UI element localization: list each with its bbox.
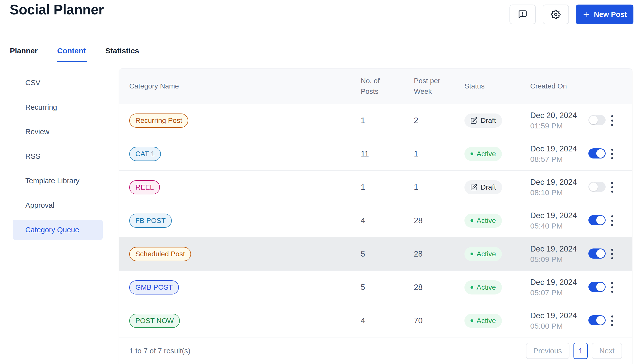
sidebar-item-template-library[interactable]: Template Library (13, 171, 103, 191)
category-badge[interactable]: REEL (129, 180, 160, 194)
category-badge[interactable]: CAT 1 (129, 147, 161, 161)
status-label: Active (477, 250, 496, 258)
status-badge: Active (464, 280, 502, 294)
category-badge[interactable]: Scheduled Post (129, 247, 191, 261)
feedback-button[interactable] (509, 5, 536, 24)
category-badge-label: FB POST (135, 217, 166, 225)
table-row: CAT 1 11 1 Active Dec 19, 2024 08:57 PM (119, 137, 632, 171)
new-post-label: New Post (594, 10, 627, 19)
tab-label: Statistics (105, 47, 139, 55)
table-row: POST NOW 4 70 Active Dec 19, 2024 05:00 … (119, 304, 632, 337)
tab-content[interactable]: Content (57, 47, 86, 62)
tab-bar: PlannerContentStatistics (10, 47, 139, 62)
created-time: 05:07 PM (530, 288, 588, 298)
created-date: Dec 19, 2024 (530, 210, 588, 221)
post-per-week-value: 2 (414, 116, 464, 125)
category-badge-label: GMB POST (135, 283, 173, 291)
category-enabled-toggle[interactable] (588, 115, 606, 125)
previous-page-button[interactable]: Previous (526, 343, 570, 359)
sidebar-item-recurring[interactable]: Recurring (13, 97, 103, 117)
post-per-week-value: 1 (414, 183, 464, 192)
sidebar-item-label: Recurring (25, 103, 57, 111)
created-date: Dec 19, 2024 (530, 277, 588, 288)
row-menu-kebab-icon[interactable] (609, 280, 616, 295)
created-date: Dec 19, 2024 (530, 244, 588, 254)
category-badge[interactable]: GMB POST (129, 280, 179, 294)
post-per-week-value: 28 (414, 249, 464, 259)
created-date: Dec 20, 2024 (530, 110, 588, 121)
created-date: Dec 19, 2024 (530, 177, 588, 188)
category-badge-label: POST NOW (135, 317, 174, 325)
edit-icon (471, 184, 477, 191)
status-label: Draft (481, 183, 496, 191)
status-badge: Draft (464, 180, 502, 194)
table-row: Scheduled Post 5 28 Active Dec 19, 2024 … (119, 237, 632, 271)
sidebar-item-label: Review (25, 128, 49, 136)
next-page-button[interactable]: Next (592, 343, 622, 359)
sidebar-item-approval[interactable]: Approval (13, 195, 103, 215)
created-time: 08:57 PM (530, 154, 588, 164)
page-number-button[interactable]: 1 (573, 343, 588, 359)
table-row: GMB POST 5 28 Active Dec 19, 2024 05:07 … (119, 271, 632, 304)
category-enabled-toggle[interactable] (588, 215, 606, 225)
category-enabled-toggle[interactable] (588, 182, 606, 192)
sidebar-item-label: Category Queue (25, 226, 79, 234)
status-label: Draft (481, 117, 496, 125)
sidebar-item-csv[interactable]: CSV (13, 73, 103, 93)
tab-statistics[interactable]: Statistics (105, 47, 139, 62)
table-header-row: Category Name No. of Posts Post per Week… (119, 69, 632, 104)
column-header-created-on: Created On (530, 81, 588, 92)
no-of-posts-value: 4 (361, 216, 414, 225)
tab-planner[interactable]: Planner (10, 47, 38, 62)
row-menu-kebab-icon[interactable] (609, 213, 616, 229)
category-badge[interactable]: FB POST (129, 214, 172, 228)
status-badge: Active (464, 147, 502, 161)
gear-icon (551, 10, 561, 19)
post-per-week-value: 28 (414, 216, 464, 225)
created-date: Dec 19, 2024 (530, 144, 588, 154)
category-enabled-toggle[interactable] (588, 148, 606, 158)
tab-label: Content (57, 47, 86, 55)
status-badge: Active (464, 314, 502, 328)
message-alert-icon (518, 10, 527, 19)
header-actions: New Post (509, 5, 633, 24)
sidebar-item-review[interactable]: Review (13, 122, 103, 142)
table-row: FB POST 4 28 Active Dec 19, 2024 05:40 P… (119, 204, 632, 237)
column-header-status: Status (464, 81, 530, 92)
category-enabled-toggle[interactable] (588, 248, 606, 259)
category-enabled-toggle[interactable] (588, 282, 606, 292)
status-label: Active (477, 283, 496, 291)
created-time: 05:09 PM (530, 254, 588, 264)
active-status-dot (471, 253, 473, 255)
table-body: Recurring Post 1 2 Draft Dec 20, 2024 01… (119, 104, 632, 337)
category-enabled-toggle[interactable] (588, 315, 606, 325)
sidebar-item-label: Approval (25, 201, 54, 210)
active-status-dot (471, 286, 473, 289)
new-post-button[interactable]: New Post (576, 5, 633, 24)
row-menu-kebab-icon[interactable] (609, 146, 616, 162)
sidebar-item-category-queue[interactable]: Category Queue (13, 220, 103, 240)
column-header-category-name: Category Name (129, 81, 361, 92)
status-badge: Active (464, 214, 502, 228)
results-count: 1 to 7 of 7 result(s) (129, 347, 190, 355)
status-badge: Draft (464, 113, 502, 128)
settings-button[interactable] (543, 5, 569, 24)
category-badge[interactable]: POST NOW (129, 314, 180, 328)
no-of-posts-value: 5 (361, 283, 414, 292)
pagination: Previous 1 Next (526, 343, 622, 359)
no-of-posts-value: 11 (361, 149, 414, 158)
status-label: Active (477, 317, 496, 325)
table-footer: 1 to 7 of 7 result(s) Previous 1 Next (119, 337, 632, 364)
category-badge-label: Scheduled Post (135, 250, 185, 258)
no-of-posts-value: 4 (361, 316, 414, 325)
created-date: Dec 19, 2024 (530, 310, 588, 321)
category-queue-table: Category Name No. of Posts Post per Week… (119, 68, 632, 364)
sidebar-item-rss[interactable]: RSS (13, 146, 103, 166)
row-menu-kebab-icon[interactable] (609, 179, 616, 195)
row-menu-kebab-icon[interactable] (609, 246, 616, 262)
no-of-posts-value: 1 (361, 116, 414, 125)
category-badge[interactable]: Recurring Post (129, 113, 188, 128)
category-badge-label: REEL (135, 183, 154, 191)
row-menu-kebab-icon[interactable] (609, 313, 616, 329)
row-menu-kebab-icon[interactable] (609, 113, 616, 128)
